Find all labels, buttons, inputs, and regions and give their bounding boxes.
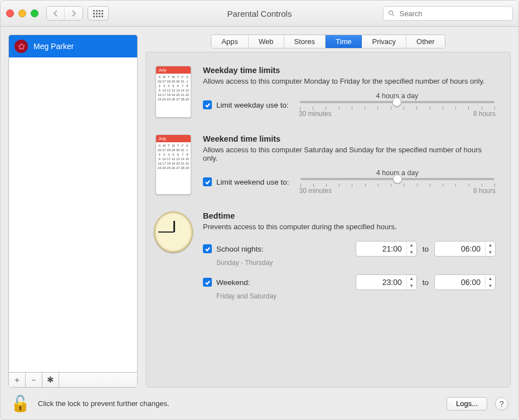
school-to-value: 06:00 [435, 244, 485, 253]
lock-icon[interactable]: 🔓 [11, 394, 30, 413]
footer-spacer [59, 373, 137, 387]
weekend-section: JulySMTWTFS26272829303112345678910111213… [154, 134, 496, 195]
weekday-slider[interactable]: 4 hours a day 30 minutes8 hours [299, 92, 496, 118]
tab-time[interactable]: Time [326, 35, 362, 48]
weekend-from-value: 23:00 [356, 278, 406, 287]
slider-thumb[interactable] [393, 175, 402, 184]
stepper[interactable]: ▲▼ [485, 242, 495, 256]
content: ✿ Meg Parker ＋ － ✱ AppsWebStoresTimePriv… [1, 27, 518, 388]
tab-other[interactable]: Other [406, 35, 445, 48]
school-nights-row: School nights: 21:00 ▲▼ to 06:00 ▲▼ [203, 241, 496, 257]
school-nights-note: Sunday - Thursday [216, 259, 496, 267]
lock-message: Click the lock to prevent further change… [38, 399, 169, 408]
tab-web[interactable]: Web [249, 35, 284, 48]
flower-icon: ✿ [18, 41, 25, 52]
remove-user-button[interactable]: － [26, 373, 42, 387]
add-user-button[interactable]: ＋ [9, 373, 26, 387]
users-list-footer: ＋ － ✱ [8, 373, 138, 388]
tab-apps[interactable]: Apps [211, 35, 249, 48]
slider-thumb[interactable] [392, 98, 401, 107]
school-from-value: 21:00 [356, 244, 406, 253]
weekend-title: Weekend time limits [203, 134, 496, 143]
parental-controls-window: Parental Controls ✿ Meg Parker ＋ － ✱ [0, 0, 519, 420]
search-icon [388, 9, 395, 17]
tabs: AppsWebStoresTimePrivacyOther [145, 35, 511, 49]
tab-privacy[interactable]: Privacy [362, 35, 406, 48]
stepper[interactable]: ▲▼ [406, 275, 416, 289]
calendar-icon: JulySMTWTFS26272829303112345678910111213… [154, 66, 193, 118]
window-controls [6, 9, 38, 17]
tab-segment: AppsWebStoresTimePrivacyOther [211, 35, 445, 49]
limit-weekday-label: Limit weekday use to: [216, 101, 289, 109]
weekend-nights-row: Weekend: 23:00 ▲▼ to 06:00 ▲▼ [203, 274, 496, 290]
stepper[interactable]: ▲▼ [406, 242, 416, 256]
school-nights-checkbox[interactable] [203, 244, 212, 253]
weekday-desc: Allows access to this computer Monday to… [203, 77, 496, 85]
time-panel: JulySMTWTFS26272829303112345678910111213… [145, 52, 511, 388]
weekend-desc: Allows access to this computer Saturday … [203, 146, 496, 162]
school-nights-label: School nights: [216, 245, 264, 253]
weekend-to-field[interactable]: 06:00 ▲▼ [434, 274, 496, 290]
settings-column: AppsWebStoresTimePrivacyOther JulySMTWTF… [145, 35, 511, 388]
user-name: Meg Parker [33, 42, 74, 51]
weekend-from-field[interactable]: 23:00 ▲▼ [356, 274, 417, 290]
titlebar: Parental Controls [1, 1, 518, 27]
weekend-nights-checkbox[interactable] [203, 278, 212, 287]
users-list[interactable]: ✿ Meg Parker [8, 35, 138, 373]
show-all-prefs-button[interactable] [88, 6, 109, 21]
svg-point-0 [389, 11, 393, 15]
zoom-window-button[interactable] [31, 9, 38, 17]
back-button[interactable] [47, 7, 65, 20]
school-to-field[interactable]: 06:00 ▲▼ [434, 241, 496, 257]
search-field[interactable] [383, 6, 513, 21]
footer: 🔓 Click the lock to prevent further chan… [1, 388, 518, 419]
user-avatar: ✿ [14, 40, 28, 53]
weekend-nights-label: Weekend: [216, 278, 250, 287]
school-from-field[interactable]: 21:00 ▲▼ [356, 241, 417, 257]
forward-button[interactable] [65, 7, 83, 20]
weekend-to-value: 06:00 [435, 278, 485, 287]
tab-stores[interactable]: Stores [284, 35, 326, 48]
user-actions-button[interactable]: ✱ [42, 373, 59, 387]
nav-back-forward [46, 6, 83, 21]
bedtime-desc: Prevents access to this computer during … [203, 223, 496, 231]
calendar-icon: JulySMTWTFS26272829303112345678910111213… [154, 134, 193, 195]
search-input[interactable] [399, 9, 508, 18]
limit-weekend-label: Limit weekend use to: [216, 178, 289, 186]
user-row[interactable]: ✿ Meg Parker [9, 35, 137, 57]
clock-icon [154, 211, 193, 308]
limit-weekend-checkbox[interactable] [203, 177, 212, 186]
weekday-title: Weekday time limits [203, 66, 496, 75]
users-sidebar: ✿ Meg Parker ＋ － ✱ [8, 35, 138, 388]
limit-weekday-checkbox[interactable] [203, 100, 212, 109]
svg-line-1 [392, 15, 394, 16]
bedtime-title: Bedtime [203, 211, 496, 220]
stepper[interactable]: ▲▼ [485, 275, 495, 289]
close-window-button[interactable] [6, 9, 14, 17]
minimize-window-button[interactable] [18, 9, 26, 17]
weekend-nights-note: Friday and Saturday [216, 292, 496, 300]
bedtime-section: Bedtime Prevents access to this computer… [154, 211, 496, 308]
weekend-slider[interactable]: 4 hours a day 30 minutes8 hours [299, 169, 496, 195]
help-button[interactable]: ? [495, 397, 508, 411]
logs-button[interactable]: Logs... [447, 397, 487, 411]
weekday-section: JulySMTWTFS26272829303112345678910111213… [154, 66, 496, 118]
